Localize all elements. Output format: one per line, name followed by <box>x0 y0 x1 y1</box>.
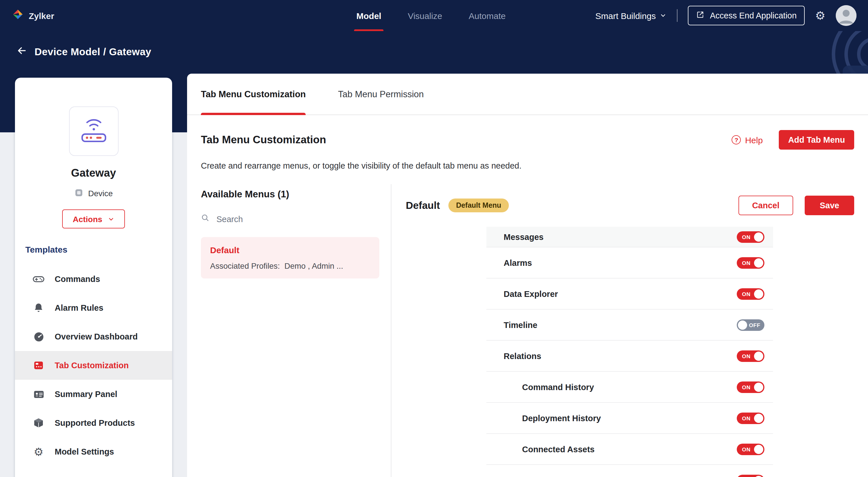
toggle-switch[interactable]: ON <box>737 381 765 393</box>
detail-header: Default Default Menu Cancel Save <box>392 184 868 215</box>
toggle-switch[interactable]: ON <box>737 231 765 243</box>
row-label: Command History <box>522 382 594 391</box>
help-label: Help <box>745 135 763 145</box>
toggle-switch[interactable]: ON <box>737 474 765 477</box>
sidebar-item-label: Alarm Rules <box>55 303 103 312</box>
toggle-knob <box>754 258 763 267</box>
brand[interactable]: Zylker <box>11 8 54 23</box>
profiles-label: Associated Profiles: <box>210 262 280 271</box>
message-dots-icon <box>32 474 45 477</box>
sidebar-item-label: Overview Dashboard <box>55 332 138 341</box>
tab-menu-permission[interactable]: Tab Menu Permission <box>338 73 424 115</box>
toggle-knob <box>738 320 747 329</box>
sidebar-item-summary-panel[interactable]: Summary Panel <box>15 380 172 409</box>
chevron-down-icon <box>660 11 667 21</box>
toggle-state: ON <box>742 259 751 266</box>
tab-menu-customization[interactable]: Tab Menu Customization <box>201 73 306 115</box>
tab-bar: Tab Menu Customization Tab Menu Permissi… <box>187 74 868 115</box>
search-box <box>201 214 379 224</box>
app-root: Zylker Model Visualize Automate Smart Bu… <box>0 0 868 477</box>
menu-detail-panel: Default Default Menu Cancel Save Message… <box>392 184 868 477</box>
navbar-right: Smart Buildings Access End Application ⚙ <box>595 5 857 26</box>
section-header: Tab Menu Customization ? Help Add Tab Me… <box>201 130 854 150</box>
actions-button[interactable]: Actions <box>62 210 125 228</box>
nav-item-model[interactable]: Model <box>356 0 381 31</box>
brand-name: Zylker <box>29 11 54 21</box>
gamepad-icon <box>32 273 45 285</box>
row-label: Relations <box>504 351 541 360</box>
detail-menu-name: Default <box>406 199 440 212</box>
toggle-state: ON <box>742 415 751 421</box>
access-end-application-button[interactable]: Access End Application <box>688 6 805 25</box>
sidebar-item-overview-dashboard[interactable]: Overview Dashboard <box>15 322 172 351</box>
sidebar-item-label: Supported Products <box>55 418 135 427</box>
primary-nav: Model Visualize Automate <box>356 0 506 31</box>
help-icon: ? <box>732 135 741 145</box>
back-arrow-icon[interactable] <box>16 45 28 59</box>
toggle-row-timeline: Timeline OFF <box>486 310 773 341</box>
toggle-switch[interactable]: ON <box>737 412 765 424</box>
help-link[interactable]: ? Help <box>732 135 763 145</box>
row-label: Alarms <box>504 258 532 267</box>
toggle-state: ON <box>742 353 751 359</box>
row-label: Data Explorer <box>504 289 558 298</box>
device-image <box>69 106 118 156</box>
main-panel: Tab Menu Customization Tab Menu Permissi… <box>187 74 868 477</box>
header-actions: ? Help Add Tab Menu <box>732 130 854 150</box>
toggle-switch[interactable]: ON <box>737 257 765 268</box>
device-type-label: Device <box>88 189 113 198</box>
device-type-icon <box>74 188 84 199</box>
toggle-knob <box>754 413 763 423</box>
detail-actions: Cancel Save <box>738 196 854 215</box>
sidebar-item-label: Model Settings <box>55 447 114 456</box>
brand-logo-icon <box>11 8 24 23</box>
workspace-label: Smart Buildings <box>595 11 656 21</box>
device-sidebar: Gateway Device Actions Templates Command… <box>15 78 172 477</box>
sidebar-item-tab-customization[interactable]: Tab Customization <box>15 351 172 380</box>
breadcrumb: Device Model / Gateway <box>0 31 868 59</box>
profiles-value: Demo , Admin ... <box>284 262 343 271</box>
toggle-row-relations: Relations ON <box>486 341 773 372</box>
sidebar-item-model-settings[interactable]: ⚙ Model Settings <box>15 437 172 466</box>
page-title: Tab Menu Customization <box>201 133 326 146</box>
toggle-switch[interactable]: ON <box>737 350 765 362</box>
row-label: Timeline <box>504 320 537 329</box>
toggle-switch[interactable]: ON <box>737 443 765 455</box>
toggle-switch[interactable]: OFF <box>737 319 765 330</box>
sidebar-item-message-handler[interactable]: Message Handler <box>15 466 172 477</box>
settings-gear-icon[interactable]: ⚙ <box>815 10 826 21</box>
templates-nav: Commands Alarm Rules Overview Dashboard … <box>15 265 172 477</box>
available-menus-title: Available Menus (1) <box>201 189 379 200</box>
section-subtitle: Create and rearrange menus, or toggle th… <box>201 161 854 170</box>
sidebar-item-label: Commands <box>55 275 100 284</box>
toggle-row-connected-peripheral-devices: Connected Peripheral Devices ON <box>486 465 773 477</box>
workspace-selector[interactable]: Smart Buildings <box>595 11 667 21</box>
toggle-row-messages: Messages ON <box>486 227 773 247</box>
toggle-state: ON <box>742 233 751 240</box>
toggle-knob <box>754 289 763 298</box>
toggle-knob <box>754 351 763 360</box>
toggle-switch[interactable]: ON <box>737 288 765 299</box>
available-menus-panel: Available Menus (1) Default Associated P… <box>187 184 392 477</box>
add-tab-menu-button[interactable]: Add Tab Menu <box>779 130 854 150</box>
user-avatar[interactable] <box>836 5 857 26</box>
row-label: Messages <box>504 232 544 242</box>
device-type-row: Device <box>15 188 172 199</box>
sidebar-item-alarm-rules[interactable]: Alarm Rules <box>15 293 172 322</box>
sidebar-item-commands[interactable]: Commands <box>15 265 172 293</box>
save-button[interactable]: Save <box>805 196 854 215</box>
toggle-state: OFF <box>749 322 761 328</box>
associated-profiles: Associated Profiles: Demo , Admin ... <box>210 262 370 271</box>
search-input[interactable] <box>215 214 379 224</box>
toggle-state: ON <box>742 384 751 390</box>
toggle-row-deployment-history: Deployment History ON <box>486 403 773 434</box>
toggle-row-data-explorer: Data Explorer ON <box>486 279 773 310</box>
default-menu-badge: Default Menu <box>449 198 509 212</box>
menu-list-item-default[interactable]: Default Associated Profiles: Demo , Admi… <box>201 237 379 279</box>
nav-item-visualize[interactable]: Visualize <box>408 0 442 31</box>
nav-item-automate[interactable]: Automate <box>469 0 506 31</box>
toggle-knob <box>754 444 763 454</box>
sidebar-item-supported-products[interactable]: Supported Products <box>15 409 172 437</box>
templates-section-title: Templates <box>15 244 172 255</box>
cancel-button[interactable]: Cancel <box>738 196 793 215</box>
